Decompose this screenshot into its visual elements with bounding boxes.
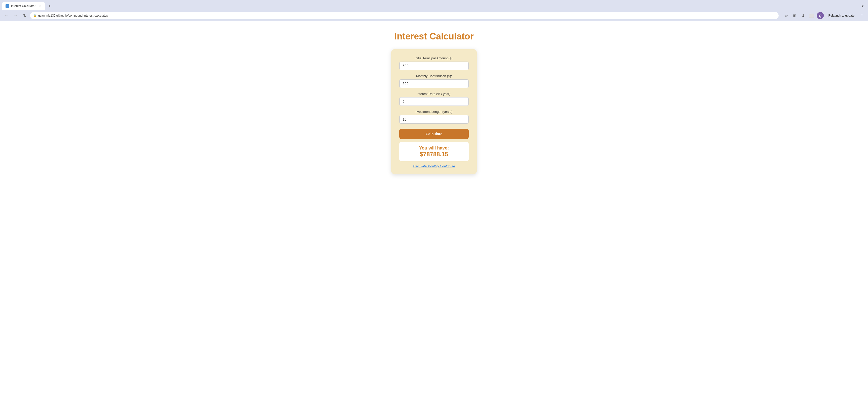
contribution-label: Monthly Contribution ($):: [416, 74, 452, 78]
star-button[interactable]: ☆: [783, 12, 789, 19]
active-tab[interactable]: Interest Calculator ✕: [2, 2, 45, 10]
page-title: Interest Calculator: [394, 31, 474, 42]
result-amount: $78788.15: [403, 151, 465, 158]
browser-chrome: Interest Calculator ✕ + ▾ ← → ↻ 🔒 quynhn…: [0, 0, 868, 21]
tab-close-button[interactable]: ✕: [37, 4, 41, 8]
result-box: You will have: $78788.15: [399, 142, 469, 161]
refresh-button[interactable]: ↻: [21, 12, 28, 19]
principal-label: Initial Principal Amount ($):: [415, 56, 454, 60]
principal-field-group: Initial Principal Amount ($):: [399, 56, 469, 70]
principal-input[interactable]: [399, 62, 469, 70]
tab-favicon-icon: [5, 4, 9, 8]
contribution-field-group: Monthly Contribution ($):: [399, 74, 469, 88]
length-label: Investment Length (years):: [415, 110, 454, 114]
monthly-contribute-link-wrap: Calculate Monthly Contribute: [399, 164, 469, 168]
back-button[interactable]: ←: [3, 12, 10, 19]
menu-button[interactable]: ⋮: [859, 13, 865, 18]
lock-icon: 🔒: [33, 14, 37, 17]
length-input[interactable]: [399, 115, 469, 124]
rate-input[interactable]: [399, 97, 469, 106]
tab-title: Interest Calculator: [11, 4, 35, 8]
relaunch-button[interactable]: Relaunch to update: [825, 13, 858, 18]
rate-field-group: Interest Rate (% / year):: [399, 92, 469, 106]
address-bar: ← → ↻ 🔒 quynhnle135.github.io/compound-i…: [0, 10, 868, 21]
monthly-contribute-link[interactable]: Calculate Monthly Contribute: [413, 164, 455, 168]
split-button[interactable]: ⬜: [808, 12, 815, 19]
calculate-button[interactable]: Calculate: [399, 129, 469, 139]
rate-label: Interest Rate (% / year):: [417, 92, 451, 96]
tab-dropdown-button[interactable]: ▾: [859, 2, 866, 9]
calculator-card: Initial Principal Amount ($): Monthly Co…: [391, 49, 477, 174]
length-field-group: Investment Length (years):: [399, 110, 469, 124]
profile-button[interactable]: Q: [817, 12, 824, 19]
address-bar-input-wrap[interactable]: 🔒 quynhnle135.github.io/compound-interes…: [30, 12, 779, 19]
address-text: quynhnle135.github.io/compound-interest-…: [38, 14, 108, 17]
contribution-input[interactable]: [399, 80, 469, 88]
page-content: Interest Calculator Initial Principal Am…: [0, 21, 868, 402]
forward-button[interactable]: →: [12, 12, 19, 19]
tab-bar: Interest Calculator ✕ + ▾: [0, 0, 868, 10]
tab-bar-right: ▾: [859, 2, 866, 9]
extensions-button[interactable]: ⊞: [791, 12, 798, 19]
toolbar-right: ☆ ⊞ ⬇ ⬜ Q Relaunch to update ⋮: [783, 12, 865, 19]
download-button[interactable]: ⬇: [800, 12, 807, 19]
new-tab-button[interactable]: +: [46, 2, 53, 9]
result-label: You will have:: [403, 146, 465, 151]
